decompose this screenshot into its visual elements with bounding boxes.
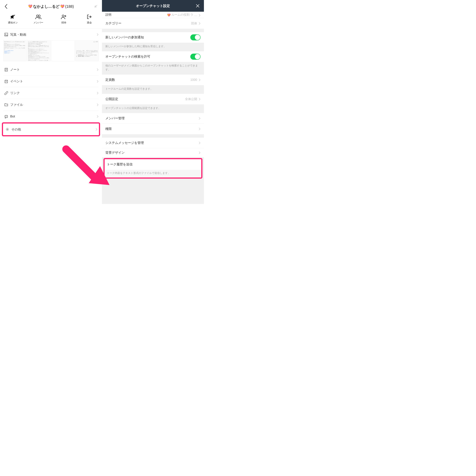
capacity-label: 定員数 — [105, 78, 190, 82]
chat-title-wrap: 💝 なかよし…るど 💝 (188) — [9, 4, 93, 9]
chevron-right-icon — [197, 78, 201, 81]
settings-title: オープンチャット設定 — [111, 4, 195, 8]
thumbnail[interactable]: 20:47 Neo(なかよしわーる©) 全然大丈夫だと思いますよ20:47 Ne… — [3, 40, 27, 61]
new-member-label: 新しいメンバーの参加通知 — [105, 35, 190, 39]
svg-point-8 — [5, 34, 6, 34]
chevron-right-icon — [197, 151, 201, 154]
chevron-right-icon — [197, 127, 201, 131]
media-thumbnails[interactable]: 20:47 Neo(なかよしわーる©) 全然大丈夫だと思いますよ20:47 Ne… — [0, 40, 102, 64]
category-value: 団体 — [191, 21, 197, 25]
members-label: メンバー — [34, 21, 43, 24]
svg-point-3 — [38, 15, 40, 17]
folder-icon — [3, 103, 9, 106]
permission-label: 権限 — [105, 127, 197, 131]
openchat-settings-screen: オープンチャット設定 説明 💝 ルームの役割 ラ … カテゴリー 団体 新しいメ… — [102, 0, 204, 204]
file-label: ファイル — [9, 102, 97, 107]
calendar-icon — [3, 80, 9, 83]
leave-label: 退会 — [87, 21, 92, 24]
other-label: その他 — [10, 127, 96, 132]
send-history-label: トーク履歴を送信 — [107, 162, 199, 167]
note-icon — [3, 68, 9, 71]
send-history-row[interactable]: トーク履歴を送信 — [105, 159, 201, 170]
speaker-off-icon — [10, 14, 16, 20]
file-row[interactable]: ファイル — [3, 99, 99, 111]
chat-menu-screen: 💝 なかよし…るど 💝 (188) 通知オン メンバー 招待 — [0, 0, 102, 204]
system-message-row[interactable]: システムメッセージを管理 — [102, 138, 204, 148]
search-allow-row: オープンチャットの検索を許可 — [102, 51, 204, 62]
member-mgmt-label: メンバー管理 — [105, 116, 197, 120]
category-label: カテゴリー — [105, 21, 191, 25]
notify-on-button[interactable]: 通知オン — [0, 14, 25, 24]
mute-indicator — [93, 4, 99, 8]
speaker-muted-icon — [94, 4, 98, 8]
back-button[interactable] — [3, 4, 9, 9]
chevron-right-icon — [197, 14, 201, 17]
invite-label: 招待 — [61, 21, 66, 24]
member-count: (188) — [65, 4, 74, 9]
capacity-row[interactable]: 定員数 1000 — [102, 75, 204, 85]
leave-button[interactable]: 退会 — [76, 14, 102, 24]
chat-title: なかよし…るど — [33, 4, 59, 9]
link-label: リンク — [9, 91, 97, 95]
notify-label: 通知オン — [8, 21, 18, 24]
chevron-right-icon — [197, 141, 201, 144]
public-value: 全体公開 — [185, 97, 197, 101]
chevron-right-icon — [197, 98, 201, 101]
left-header: 💝 なかよし…るど 💝 (188) — [0, 0, 102, 11]
search-allow-toggle[interactable] — [190, 54, 201, 60]
thumbnail[interactable] — [51, 40, 75, 61]
event-row[interactable]: イベント — [3, 76, 99, 87]
sparkle-heart-icon: 💝 — [167, 13, 171, 17]
new-member-notify-row: 新しいメンバーの参加通知 — [102, 32, 204, 43]
members-button[interactable]: メンバー — [25, 14, 51, 24]
background-design-row[interactable]: 背景デザイン — [102, 148, 204, 157]
photo-icon — [3, 33, 9, 36]
permission-row[interactable]: 権限 — [102, 124, 204, 134]
note-label: ノート — [9, 68, 97, 72]
close-icon — [196, 4, 200, 8]
capacity-value: 1000 — [190, 78, 197, 82]
chevron-right-icon — [197, 117, 201, 120]
highlight-send-history: トーク履歴を送信 トーク内容をテキスト形式のファイルで送信します。 — [103, 158, 203, 178]
media-label: 写真・動画 — [9, 33, 97, 37]
thumbnail[interactable]: あとで508 たかはまさん「部次、一般アウトではない発言をするような方がいまして… — [75, 40, 99, 61]
public-setting-row[interactable]: 公開設定 全体公開 — [102, 94, 204, 104]
chevron-right-icon — [97, 103, 99, 106]
sparkle-heart-icon: 💝 — [60, 4, 64, 8]
svg-point-4 — [62, 15, 64, 17]
public-desc: オープンチャットの公開範囲を設定できます。 — [102, 104, 204, 113]
bot-icon — [3, 115, 9, 119]
invite-icon — [61, 14, 67, 20]
right-header: オープンチャット設定 — [102, 0, 204, 12]
svg-point-18 — [6, 116, 7, 117]
capacity-desc: トークルームの定員数を設定できます。 — [102, 85, 204, 94]
public-label: 公開設定 — [105, 97, 185, 101]
bot-label: Bot — [9, 115, 97, 119]
chevron-right-icon — [97, 92, 99, 95]
description-row[interactable]: 説明 💝 ルームの役割 ラ … — [102, 12, 204, 18]
search-allow-desc: 他のユーザーがメイン画面からこのオープンチャットを検索することができます。 — [102, 62, 204, 75]
svg-point-2 — [36, 15, 38, 17]
svg-point-19 — [7, 129, 8, 130]
highlight-other: その他 — [2, 122, 100, 136]
category-row[interactable]: カテゴリー 団体 — [102, 18, 204, 29]
other-row[interactable]: その他 — [3, 123, 99, 135]
bgdesign-label: 背景デザイン — [105, 151, 197, 155]
event-label: イベント — [9, 79, 97, 84]
bot-row[interactable]: Bot — [3, 111, 99, 122]
chevron-right-icon — [97, 33, 99, 36]
media-row[interactable]: 写真・動画 — [3, 29, 99, 40]
send-history-desc: トーク内容をテキスト形式のファイルで送信します。 — [105, 170, 201, 177]
link-row[interactable]: リンク — [3, 87, 99, 99]
note-row[interactable]: ノート — [3, 64, 99, 76]
member-management-row[interactable]: メンバー管理 — [102, 113, 204, 124]
new-member-toggle[interactable] — [190, 34, 201, 40]
svg-rect-16 — [5, 115, 8, 118]
chevron-right-icon — [96, 128, 97, 131]
thumbnail[interactable]: センターの罫線内に置かれるのが大きそうな01:27 Neo(なかよしわーる©) … — [27, 40, 51, 61]
invite-button[interactable]: 招待 — [51, 14, 76, 24]
search-allow-label: オープンチャットの検索を許可 — [105, 54, 190, 59]
leave-icon — [87, 14, 92, 20]
close-button[interactable] — [195, 4, 201, 8]
description-label: 説明 — [105, 13, 167, 17]
